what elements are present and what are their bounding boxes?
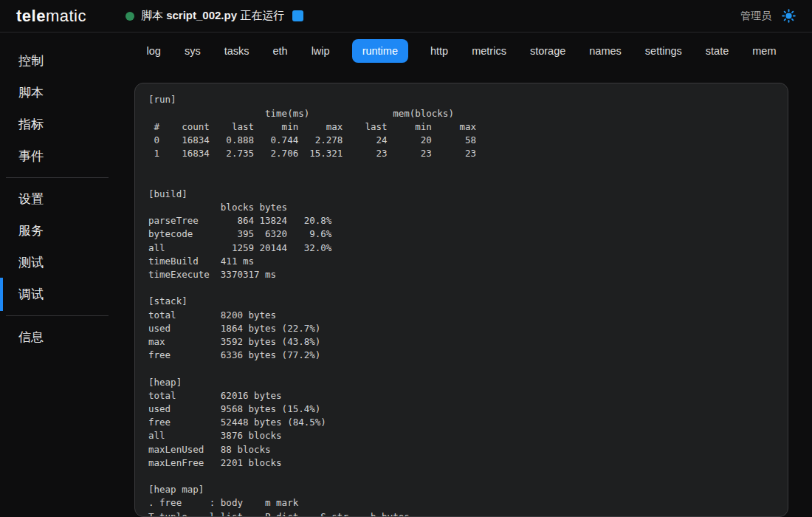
logo-bold: tele [16,7,46,25]
sidebar-item-services[interactable]: 服务 [0,215,134,247]
tab-storage[interactable]: storage [529,39,567,63]
running-status-dot [125,12,134,21]
sidebar-item-label: 测试 [18,254,44,271]
sun-icon [782,14,796,25]
sidebar-item-info[interactable]: 信息 [0,321,134,353]
tab-log[interactable]: log [145,39,162,63]
tab-runtime[interactable]: runtime [352,39,408,63]
sidebar-item-script[interactable]: 脚本 [0,77,134,109]
user-role-label: 管理员 [740,10,771,23]
tab-lwip[interactable]: lwip [310,39,331,63]
topbar-right: 管理员 [740,9,796,23]
sidebar-divider [6,315,109,316]
status-prefix: 脚本 [141,9,166,21]
sidebar-divider [6,177,109,178]
sidebar-item-metrics[interactable]: 指标 [0,109,134,140]
tab-http[interactable]: http [429,39,450,63]
sidebar-item-settings[interactable]: 设置 [0,183,134,215]
sidebar-item-label: 事件 [18,148,44,165]
sidebar-item-label: 设置 [18,191,44,208]
sidebar-item-label: 信息 [18,329,44,346]
script-status: 脚本 script_002.py 正在运行 [125,9,303,23]
sidebar-item-label: 控制 [18,52,44,69]
sidebar-nav: 控制 脚本 指标 事件 设置 服务 测试 调试 信息 [0,32,134,517]
app-logo: telematic [16,7,86,26]
tab-eth[interactable]: eth [271,39,289,63]
logo-light: matic [46,7,86,25]
terminal-output: [run] time(ms) mem(blocks) # count last … [148,93,774,517]
sidebar-item-label: 调试 [18,286,44,303]
sidebar-item-test[interactable]: 测试 [0,247,134,278]
tab-state[interactable]: state [704,39,730,63]
sidebar-item-label: 服务 [18,222,44,239]
sidebar-item-debug[interactable]: 调试 [0,278,134,310]
main-content: log sys tasks eth lwip runtime http metr… [134,32,812,517]
status-text: 脚本 script_002.py 正在运行 [141,9,284,23]
script-name: script_002.py [166,9,237,21]
tab-settings[interactable]: settings [644,39,684,63]
tab-bar: log sys tasks eth lwip runtime http metr… [134,32,788,69]
top-bar: telematic 脚本 script_002.py 正在运行 管理员 [0,0,812,32]
tab-sys[interactable]: sys [183,39,202,63]
tab-mem[interactable]: mem [751,39,777,63]
tab-names[interactable]: names [588,39,623,63]
stop-script-button[interactable] [292,10,303,21]
tab-metrics[interactable]: metrics [470,39,508,63]
sidebar-item-label: 脚本 [18,84,44,101]
status-suffix: 正在运行 [237,9,284,21]
tab-tasks[interactable]: tasks [223,39,251,63]
sidebar-item-label: 指标 [18,116,44,133]
sidebar-item-control[interactable]: 控制 [0,45,134,77]
theme-toggle-button[interactable] [782,9,796,23]
active-indicator [0,278,3,311]
runtime-output-panel: [run] time(ms) mem(blocks) # count last … [134,83,788,517]
sidebar-item-events[interactable]: 事件 [0,140,134,172]
